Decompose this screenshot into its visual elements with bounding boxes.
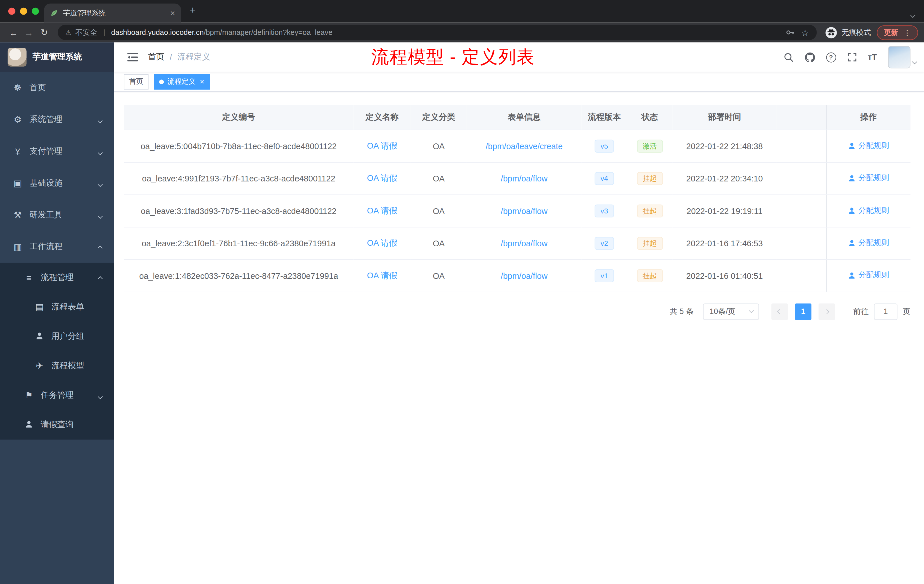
definitions-table: 定义编号 定义名称 定义分类 表单信息 流程版本 状态 部署时间 操作 <box>124 105 910 292</box>
table-row: oa_leave:3:1fad3d93-7b75-11ec-a3c8-acde4… <box>124 195 910 227</box>
status-badge: 挂起 <box>637 237 663 249</box>
zoom-window-button[interactable] <box>32 8 39 15</box>
col-spacer <box>777 105 826 130</box>
sidebar-item-process-form[interactable]: ▤ 流程表单 <box>0 292 114 322</box>
form-link[interactable]: /bpm/oa/flow <box>501 173 548 183</box>
chevron-down-icon <box>98 391 102 400</box>
browser-window: 芋道管理系统 × + ← → ↻ ⚠ 不安全 | dashboard.yudao… <box>0 0 924 584</box>
sidebar-item-leave-query[interactable]: 请假查询 <box>0 410 114 440</box>
goto-page-input[interactable] <box>874 303 898 320</box>
cell-deploy-time: 2022-01-16 17:46:53 <box>672 227 777 259</box>
back-button[interactable]: ← <box>6 27 21 38</box>
address-bar[interactable]: ⚠ 不安全 | dashboard.yudao.iocoder.cn/bpm/m… <box>58 25 817 40</box>
assign-rule-button[interactable]: 分配规则 <box>848 238 889 248</box>
search-icon[interactable] <box>784 52 794 62</box>
key-icon[interactable] <box>785 28 795 37</box>
github-icon[interactable] <box>805 52 815 62</box>
cell-category: OA <box>411 195 467 227</box>
sidebar-item-task-management[interactable]: ⚑ 任务管理 <box>0 381 114 410</box>
version-badge: v3 <box>594 204 614 217</box>
tag-close-icon[interactable]: × <box>200 78 204 86</box>
sidebar-item-home[interactable]: ☸ 首页 <box>0 72 114 104</box>
update-button[interactable]: 更新 ⋮ <box>877 25 918 40</box>
cell-deploy-time: 2022-01-22 20:34:10 <box>672 162 777 194</box>
sidebar: 芋道管理系统 ☸ 首页 ⚙ 系统管理 ¥ 支付管理 ▣ 基础设施 <box>0 43 114 584</box>
assign-rule-button[interactable]: 分配规则 <box>848 173 889 183</box>
breadcrumb: 首页 / 流程定义 <box>148 52 210 63</box>
form-link[interactable]: /bpm/oa/flow <box>501 206 548 215</box>
table-row: oa_leave:4:991f2193-7b7f-11ec-a3c8-acde4… <box>124 162 910 194</box>
form-link[interactable]: /bpm/oa/flow <box>501 271 548 280</box>
new-tab-button[interactable]: + <box>190 5 195 15</box>
col-actions: 操作 <box>826 105 911 130</box>
definition-name-link[interactable]: OA 请假 <box>367 140 398 150</box>
sidebar-item-workflow[interactable]: ▥ 工作流程 <box>0 231 114 263</box>
hamburger-icon[interactable] <box>127 53 138 62</box>
definition-name-link[interactable]: OA 请假 <box>367 173 398 182</box>
definition-name-link[interactable]: OA 请假 <box>367 270 398 280</box>
assign-rule-button[interactable]: 分配规则 <box>848 270 889 280</box>
bookmark-star-icon[interactable]: ☆ <box>801 28 809 37</box>
user-group-icon <box>34 332 45 341</box>
table-header-row: 定义编号 定义名称 定义分类 表单信息 流程版本 状态 部署时间 操作 <box>124 105 910 130</box>
cell-definition-id: oa_leave:2:3c1f0ef1-76b1-11ec-9c66-a2380… <box>124 227 353 259</box>
form-link[interactable]: /bpm/oa/leave/create <box>486 141 563 150</box>
breadcrumb-home[interactable]: 首页 <box>148 52 165 63</box>
form-link[interactable]: /bpm/oa/flow <box>501 238 548 248</box>
tag-process-definition[interactable]: 流程定义 × <box>154 74 210 89</box>
incognito-label: 无痕模式 <box>842 27 871 38</box>
page-unit-label: 页 <box>903 306 911 317</box>
forward-button[interactable]: → <box>21 27 36 38</box>
page-size-select[interactable]: 10条/页 <box>703 303 759 320</box>
close-window-button[interactable] <box>8 8 15 15</box>
cell-deploy-time: 2022-01-22 19:19:11 <box>672 195 777 227</box>
definition-name-link[interactable]: OA 请假 <box>367 238 398 247</box>
breadcrumb-separator: / <box>170 53 172 62</box>
user-menu[interactable] <box>888 46 916 68</box>
sidebar-item-payment[interactable]: ¥ 支付管理 <box>0 135 114 167</box>
font-size-icon[interactable]: тT <box>868 53 877 62</box>
tags-bar: 首页 流程定义 × <box>114 72 924 92</box>
monitor-icon: ▣ <box>12 178 23 188</box>
assign-rule-button[interactable]: 分配规则 <box>848 205 889 216</box>
sidebar-item-process-model[interactable]: ✈ 流程模型 <box>0 351 114 381</box>
prev-page-button[interactable] <box>771 303 788 320</box>
user-icon <box>848 142 855 150</box>
sidebar-item-dev-tools[interactable]: ⚒ 研发工具 <box>0 199 114 231</box>
cell-definition-id: oa_leave:3:1fad3d93-7b75-11ec-a3c8-acde4… <box>124 195 353 227</box>
update-label[interactable]: 更新 <box>884 27 898 38</box>
assign-rule-button[interactable]: 分配规则 <box>848 140 889 151</box>
reload-button[interactable]: ↻ <box>36 27 52 38</box>
fullscreen-icon[interactable] <box>847 53 856 62</box>
tag-home[interactable]: 首页 <box>124 74 148 89</box>
avatar[interactable] <box>888 46 910 68</box>
minimize-window-button[interactable] <box>20 8 27 15</box>
incognito-icon <box>825 26 837 39</box>
tools-icon: ⚒ <box>12 210 23 220</box>
paper-plane-icon: ✈ <box>34 361 45 371</box>
chevron-up-icon <box>98 242 102 252</box>
gear-icon: ⚙ <box>12 114 23 125</box>
sidebar-item-user-group[interactable]: 用户分组 <box>0 322 114 351</box>
status-badge: 挂起 <box>637 172 663 185</box>
window-chevron-icon[interactable] <box>911 9 914 20</box>
url-separator: | <box>104 28 106 36</box>
browser-menu-icon[interactable]: ⋮ <box>903 28 911 37</box>
sidebar-item-process-management[interactable]: ≡ 流程管理 <box>0 263 114 292</box>
cell-definition-id: oa_leave:1:482ec033-762a-11ec-8477-a2380… <box>124 259 353 292</box>
cell-deploy-time: 2022-01-22 21:48:38 <box>672 130 777 162</box>
user-icon <box>848 239 855 247</box>
next-page-button[interactable] <box>818 303 835 320</box>
form-icon: ▤ <box>34 302 45 312</box>
definition-name-link[interactable]: OA 请假 <box>367 205 398 215</box>
sidebar-item-infrastructure[interactable]: ▣ 基础设施 <box>0 167 114 199</box>
browser-tab[interactable]: 芋道管理系统 × <box>44 3 181 22</box>
tab-close-icon[interactable]: × <box>170 8 175 18</box>
col-definition-category: 定义分类 <box>411 105 467 130</box>
app-logo-row[interactable]: 芋道管理系统 <box>0 43 114 72</box>
current-page[interactable]: 1 <box>795 303 812 320</box>
help-icon[interactable]: ? <box>826 52 836 62</box>
chevron-down-icon <box>98 178 102 188</box>
status-badge: 挂起 <box>637 204 663 217</box>
sidebar-item-system[interactable]: ⚙ 系统管理 <box>0 104 114 135</box>
